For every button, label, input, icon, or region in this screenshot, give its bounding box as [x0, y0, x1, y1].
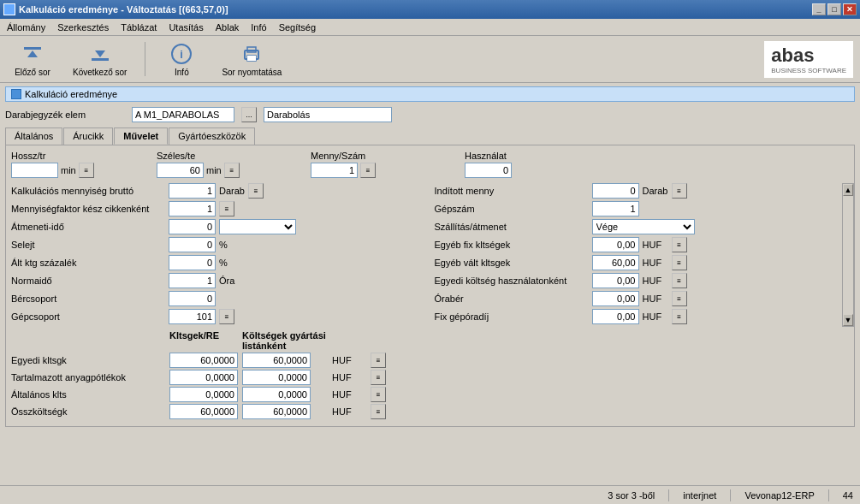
svg-marker-2	[95, 50, 105, 57]
atmenet-input[interactable]	[169, 219, 216, 234]
menny-faktor-label: Mennyiségfaktor kész cikkenként	[11, 204, 165, 214]
cost-gyart-0[interactable]	[242, 353, 311, 368]
inditott-input[interactable]	[592, 183, 639, 199]
oraber-btn[interactable]: ≡	[672, 291, 687, 306]
gepcsoport-btn[interactable]: ≡	[219, 309, 234, 324]
toolbar: Előző sor Következő sor i Infó	[0, 36, 860, 83]
toolbar-separator-1	[145, 42, 145, 76]
maximize-button[interactable]: □	[827, 3, 841, 15]
egyedi-kts-btn[interactable]: ≡	[672, 273, 687, 288]
kalk-menny-btn[interactable]: ≡	[248, 183, 264, 199]
cost-row-2: Általános klts HUF ≡	[11, 387, 849, 402]
menny-faktor-btn[interactable]: ≡	[219, 201, 234, 216]
scroll-up-btn[interactable]: ▲	[843, 184, 853, 196]
close-button[interactable]: ✕	[843, 3, 857, 15]
prev-button[interactable]: Előző sor	[7, 38, 58, 81]
header-mennyszam: Menny/Szám	[311, 151, 465, 161]
cost-btn-1[interactable]: ≡	[371, 370, 386, 385]
darabjegyzek-label: Darabjegyzék elem	[5, 110, 125, 120]
cost-re-2[interactable]	[169, 387, 238, 402]
hossz-input[interactable]	[11, 163, 58, 178]
tab-muvelet[interactable]: Művelet	[114, 127, 168, 145]
oraber-unit: HUF	[643, 294, 668, 304]
cost-re-1[interactable]	[169, 370, 238, 385]
szallitas-combo[interactable]: Vége	[592, 219, 695, 234]
field-fix-geporal: Fix gépóradíj HUF ≡	[435, 309, 850, 324]
field-atmenet: Átmeneti-idő	[11, 219, 426, 234]
cost-gyart-3[interactable]	[242, 404, 311, 419]
hossz-btn[interactable]: ≡	[79, 163, 94, 178]
svg-text:i: i	[181, 48, 184, 61]
selejt-input[interactable]	[169, 237, 216, 252]
vscrollbar[interactable]: ▲ ▼	[842, 183, 854, 327]
egyeb-fix-input[interactable]	[592, 237, 639, 252]
szeles-btn[interactable]: ≡	[224, 163, 240, 178]
cost-row-3: Összköltségk HUF ≡	[11, 404, 849, 419]
menu-ablak[interactable]: Ablak	[211, 21, 245, 34]
field-inditott: Indított menny Darab ≡	[435, 183, 850, 199]
cost-btn-3[interactable]: ≡	[371, 404, 386, 419]
cost-btn-0[interactable]: ≡	[371, 353, 386, 368]
menny-input[interactable]	[311, 163, 358, 178]
menu-info[interactable]: Infó	[246, 21, 271, 34]
fix-geporal-unit: HUF	[643, 311, 668, 322]
bercsoport-input[interactable]	[169, 291, 216, 306]
section-header: Kalkuláció eredménye	[5, 86, 855, 102]
fix-geporal-btn[interactable]: ≡	[672, 309, 687, 324]
tab-altalanos[interactable]: Általános	[5, 127, 62, 145]
hasznalat-input[interactable]	[465, 163, 512, 178]
selejt-label: Selejt	[11, 240, 165, 250]
egyeb-valt-btn[interactable]: ≡	[672, 255, 687, 270]
darabjegyzek-input[interactable]	[132, 107, 234, 122]
fix-geporal-input[interactable]	[592, 309, 639, 324]
normaidő-unit: Óra	[219, 276, 245, 286]
tab-gyartoeszkozok[interactable]: Gyártóeszközök	[169, 127, 255, 145]
cost-re-0[interactable]	[169, 353, 238, 368]
cost-re-3[interactable]	[169, 404, 238, 419]
egyedi-kts-input[interactable]	[592, 273, 639, 288]
tab-arucikk[interactable]: Árucikk	[63, 127, 113, 145]
gepszam-input[interactable]	[592, 201, 639, 216]
print-button[interactable]: Sor nyomtatása	[214, 38, 289, 81]
cost-gyart-1[interactable]	[242, 370, 311, 385]
logo-sub: BUSINESS SOFTWARE	[771, 67, 846, 74]
atmenet-combo[interactable]	[219, 219, 296, 234]
field-normaidő: Normaidő Óra	[11, 273, 426, 288]
menu-szerkesztes[interactable]: Szerkesztés	[52, 21, 114, 34]
cost-gyart-2[interactable]	[242, 387, 311, 402]
egyeb-fix-btn[interactable]: ≡	[672, 237, 687, 252]
alt-ktg-input[interactable]	[169, 255, 216, 270]
print-icon	[240, 42, 264, 66]
prev-label: Előző sor	[15, 68, 50, 77]
egyeb-valt-input[interactable]	[592, 255, 639, 270]
darabjegyzek-desc-input[interactable]	[264, 107, 392, 122]
cost-unit-1: HUF	[332, 372, 371, 382]
gepcsoport-input[interactable]	[169, 309, 216, 324]
cost-btn-2[interactable]: ≡	[371, 387, 386, 402]
menny-btn[interactable]: ≡	[360, 163, 376, 178]
menny-faktor-input[interactable]	[169, 201, 216, 216]
inditott-btn[interactable]: ≡	[672, 183, 687, 199]
inditott-label: Indított menny	[435, 186, 589, 196]
header-hasznalat: Használat	[465, 151, 849, 161]
scroll-down-btn[interactable]: ▼	[843, 314, 853, 326]
info-icon: i	[169, 42, 193, 66]
minimize-button[interactable]: _	[812, 3, 826, 15]
next-button[interactable]: Következő sor	[65, 38, 134, 81]
oraber-input[interactable]	[592, 291, 639, 306]
gepcsoport-label: Gépcsoport	[11, 311, 165, 322]
szeles-input[interactable]	[157, 163, 204, 178]
field-bercsoport: Bércsoport	[11, 291, 426, 306]
normaidő-input[interactable]	[169, 273, 216, 288]
info-button[interactable]: i Infó	[156, 38, 207, 81]
darabjegyzek-browse-button[interactable]: ...	[241, 107, 257, 122]
menu-tablazat[interactable]: Táblázat	[116, 21, 162, 34]
kalk-menny-input[interactable]	[169, 183, 216, 199]
measure-input-row: min ≡ min ≡ ≡	[11, 163, 849, 178]
field-egyedi-kts: Egyedi költség használatonként HUF ≡	[435, 273, 850, 288]
menu-segitseg[interactable]: Segítség	[274, 21, 321, 34]
menu-allomany[interactable]: Állomány	[2, 21, 50, 34]
inditott-unit: Darab	[643, 186, 668, 196]
menu-utasitas[interactable]: Utasítás	[163, 21, 208, 34]
svg-rect-0	[24, 47, 41, 50]
